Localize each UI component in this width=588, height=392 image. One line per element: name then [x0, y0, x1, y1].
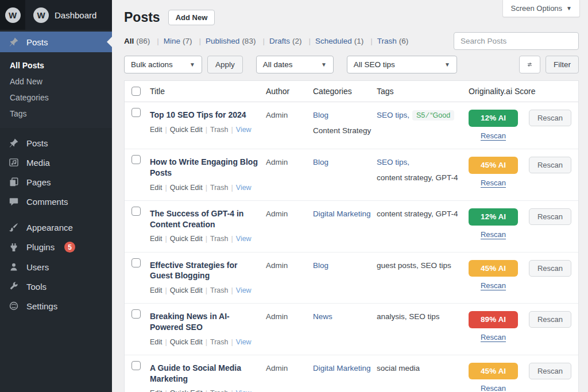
- view-drafts[interactable]: Drafts(2): [269, 37, 315, 45]
- trash-link[interactable]: Trash: [210, 183, 229, 193]
- column-header-title[interactable]: Title: [150, 81, 266, 102]
- row-checkbox[interactable]: [131, 258, 141, 267]
- quick-edit-link[interactable]: Quick Edit: [170, 388, 203, 392]
- category-link[interactable]: Digital Marketing: [313, 209, 371, 218]
- rescan-button[interactable]: Rescan: [529, 363, 571, 379]
- quick-edit-link[interactable]: Quick Edit: [170, 285, 203, 296]
- rescan-link[interactable]: Rescan: [481, 131, 506, 142]
- quick-edit-link[interactable]: Quick Edit: [170, 337, 203, 347]
- sidebar-item-plugins[interactable]: Plugins 5: [0, 237, 112, 257]
- column-header-ai-score[interactable]: Originality.ai Score: [469, 81, 578, 102]
- rescan-link[interactable]: Rescan: [481, 332, 506, 343]
- rescan-button[interactable]: Rescan: [529, 260, 571, 277]
- row-checkbox[interactable]: [131, 155, 141, 164]
- category-extra[interactable]: Content Strategy: [313, 125, 372, 137]
- post-title-link[interactable]: A Guide to Social Media Marketing: [150, 363, 261, 385]
- add-new-button[interactable]: Add New: [168, 10, 215, 25]
- quick-edit-link[interactable]: Quick Edit: [170, 234, 203, 244]
- row-checkbox[interactable]: [131, 309, 141, 319]
- category-link[interactable]: News: [313, 312, 332, 321]
- tag-extra[interactable]: analysis, SEO tips: [377, 311, 464, 323]
- sidebar-item-posts[interactable]: Posts: [0, 133, 112, 153]
- tag-extra[interactable]: social media: [377, 363, 464, 374]
- edit-link[interactable]: Edit: [150, 285, 163, 296]
- post-title-link[interactable]: How to Write Engaging Blog Posts: [150, 157, 261, 178]
- view-trash[interactable]: Trash(6): [377, 37, 409, 45]
- view-link[interactable]: View: [236, 285, 252, 296]
- tag-extra[interactable]: content strategy, GPT-4: [377, 208, 464, 220]
- column-header-author[interactable]: Author: [266, 81, 313, 102]
- dashboard-menu[interactable]: W Dashboard: [33, 7, 96, 23]
- tag-link[interactable]: SEO tips,: [377, 158, 409, 166]
- row-checkbox[interactable]: [131, 108, 141, 117]
- sidebar-item-comments[interactable]: Comments: [0, 192, 112, 211]
- trash-link[interactable]: Trash: [210, 125, 229, 135]
- view-scheduled[interactable]: Scheduled(1): [315, 37, 377, 45]
- rescan-link[interactable]: Rescan: [481, 230, 506, 240]
- rescan-button[interactable]: Rescan: [529, 208, 571, 225]
- view-published[interactable]: Published(83): [206, 37, 269, 45]
- column-header-tags[interactable]: Tags: [377, 81, 469, 102]
- post-title-link[interactable]: The Success of GPT-4 in Content Creation: [150, 208, 261, 230]
- view-link[interactable]: View: [236, 388, 252, 392]
- sidebar-item-all-posts[interactable]: All Posts: [0, 57, 112, 73]
- view-mine[interactable]: Mine(7): [164, 37, 206, 45]
- screen-options-button[interactable]: Screen Options ▼: [502, 0, 580, 17]
- tag-extra[interactable]: content strategy, GPT-4: [377, 172, 464, 184]
- tag-extra[interactable]: guest posts, SEO tips: [377, 260, 464, 271]
- tag-link[interactable]: SEO tips,: [377, 111, 409, 119]
- view-options-button[interactable]: [519, 56, 540, 73]
- edit-link[interactable]: Edit: [150, 234, 163, 244]
- search-input[interactable]: [454, 32, 579, 50]
- category-link[interactable]: Digital Marketing: [313, 364, 371, 372]
- post-title-link[interactable]: Effective Strategies for Guest Blogging: [150, 260, 261, 282]
- trash-link[interactable]: Trash: [210, 234, 229, 244]
- rescan-link[interactable]: Rescan: [481, 178, 506, 189]
- sidebar-item-appearance[interactable]: Appearance: [0, 218, 112, 237]
- rescan-link[interactable]: Rescan: [481, 383, 506, 392]
- row-checkbox[interactable]: [131, 207, 141, 216]
- chevron-down-icon: ▼: [444, 62, 450, 68]
- sidebar-item-tags[interactable]: Tags: [0, 106, 112, 122]
- trash-link[interactable]: Trash: [210, 337, 229, 347]
- view-link[interactable]: View: [236, 183, 252, 193]
- post-title-link[interactable]: Breaking News in AI-Powered SEO: [150, 311, 261, 333]
- quick-edit-link[interactable]: Quick Edit: [170, 125, 203, 135]
- sidebar-item-posts-current[interactable]: Posts: [0, 32, 112, 52]
- view-link[interactable]: View: [236, 337, 252, 347]
- edit-link[interactable]: Edit: [150, 183, 163, 193]
- sidebar-item-tools[interactable]: Tools: [0, 277, 112, 296]
- sidebar-item-users[interactable]: Users: [0, 257, 112, 277]
- view-link[interactable]: View: [236, 234, 252, 244]
- rescan-link[interactable]: Rescan: [481, 281, 506, 292]
- category-link[interactable]: Blog: [313, 111, 328, 119]
- category-link[interactable]: Blog: [313, 261, 328, 270]
- rescan-button[interactable]: Rescan: [529, 110, 571, 126]
- bulk-actions-select[interactable]: Bulk actions ▼: [124, 56, 202, 73]
- apply-button[interactable]: Apply: [207, 56, 243, 73]
- view-link[interactable]: View: [236, 125, 252, 135]
- sidebar-item-pages[interactable]: Pages: [0, 172, 112, 192]
- rescan-button[interactable]: Rescan: [529, 157, 571, 173]
- view-all[interactable]: All(86): [124, 37, 164, 45]
- trash-link[interactable]: Trash: [210, 285, 229, 296]
- dates-filter-select[interactable]: All dates ▼: [256, 56, 334, 73]
- sidebar-item-settings[interactable]: Settings: [0, 296, 112, 316]
- edit-link[interactable]: Edit: [150, 125, 163, 135]
- quick-edit-link[interactable]: Quick Edit: [170, 183, 203, 193]
- row-checkbox[interactable]: [131, 361, 141, 370]
- seo-filter-select[interactable]: All SEO tips ▼: [347, 56, 457, 73]
- site-logo[interactable]: W: [0, 0, 25, 30]
- column-header-categories[interactable]: Categories: [313, 81, 377, 102]
- select-all-checkbox[interactable]: [131, 87, 141, 96]
- edit-link[interactable]: Edit: [150, 388, 163, 392]
- trash-link[interactable]: Trash: [210, 388, 229, 392]
- rescan-button[interactable]: Rescan: [529, 311, 571, 328]
- edit-link[interactable]: Edit: [150, 337, 163, 347]
- sidebar-item-media[interactable]: Media: [0, 153, 112, 172]
- filter-button[interactable]: Filter: [546, 56, 579, 73]
- sidebar-item-add-new[interactable]: Add New: [0, 73, 112, 90]
- post-title-link[interactable]: Top 10 SEO Tips for 2024: [150, 110, 246, 121]
- category-link[interactable]: Blog: [313, 158, 328, 166]
- sidebar-item-categories[interactable]: Categories: [0, 90, 112, 106]
